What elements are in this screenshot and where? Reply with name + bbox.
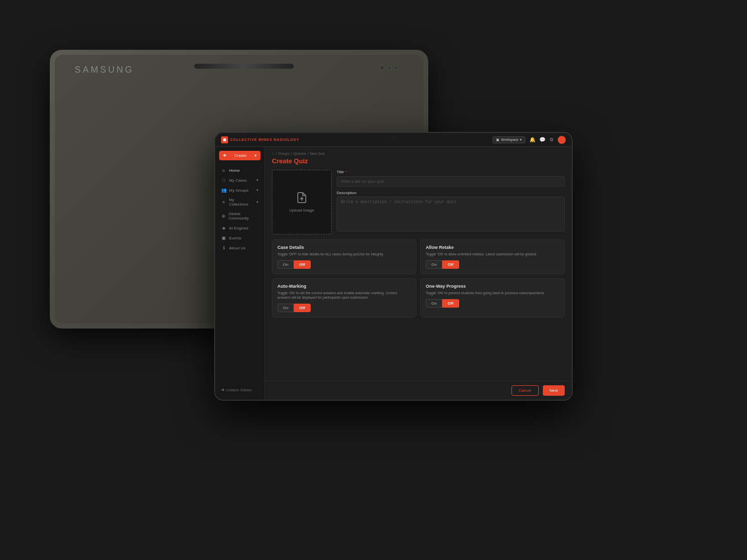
breadcrumb-sep-3: / (307, 152, 308, 155)
logo-icon (221, 136, 228, 143)
cases-icon: □ (221, 178, 226, 183)
title-input[interactable] (337, 176, 565, 187)
bell-icon[interactable]: 🔔 (529, 137, 535, 142)
app-header: COLLECTIVE MINDS RADIOLOGY ▣ Workspace ▾… (215, 133, 572, 147)
sidebar-item-my-groups[interactable]: 👥 My Groups ▾ (215, 185, 264, 195)
gear-icon[interactable]: ⚙ (549, 137, 554, 142)
form-top: Upload Image Title * Description (272, 170, 565, 234)
home-icon: ⌂ (221, 168, 226, 173)
description-field-group: Description (337, 191, 565, 233)
case-details-off-button[interactable]: Off (294, 260, 311, 269)
page-title: Create Quiz (272, 157, 565, 165)
next-button[interactable]: Next (543, 385, 565, 396)
breadcrumb-sep-1: / (275, 152, 276, 155)
collections-arrow-icon: ▾ (256, 200, 258, 204)
tablet-cameras (379, 65, 398, 70)
about-icon: ℹ (221, 245, 226, 250)
cancel-button[interactable]: Cancel (511, 385, 539, 396)
app-logo: COLLECTIVE MINDS RADIOLOGY (221, 136, 299, 143)
auto-marking-off-button[interactable]: Off (294, 304, 311, 312)
create-plus-icon: ✚ (223, 153, 227, 158)
auto-marking-desc: Toggle 'ON' to set the correct answers a… (277, 291, 411, 300)
workspace-button[interactable]: ▣ Workspace ▾ (493, 136, 525, 143)
allow-retake-off-button[interactable]: Off (442, 260, 459, 269)
title-label: Title * (337, 170, 565, 174)
sidebar-item-events[interactable]: ▣ Events (215, 233, 264, 243)
one-way-on-button[interactable]: On (426, 299, 442, 308)
case-details-card: Case Details Toggle 'OFF' to hide detail… (272, 239, 416, 274)
description-label: Description (337, 191, 565, 195)
cards-grid: Case Details Toggle 'OFF' to hide detail… (272, 239, 565, 318)
avatar[interactable] (558, 136, 566, 144)
ai-icon: ◈ (221, 225, 226, 230)
side-button-1 (572, 173, 573, 203)
one-way-progress-toggle: On Off (426, 299, 559, 308)
breadcrumb-sep-2: / (291, 152, 292, 155)
sidebar: ✚ Create ▾ ⌂ Home □ My Cases ▾ 👥 My Grou… (215, 147, 265, 400)
title-field-group: Title * (337, 170, 565, 187)
image-upload-box[interactable]: Upload Image (272, 170, 332, 234)
form-fields: Title * Description (337, 170, 565, 234)
sidebar-item-my-cases[interactable]: □ My Cases ▾ (215, 175, 264, 185)
camera-tertiary (394, 66, 398, 70)
footer-actions: Cancel Next (265, 381, 572, 400)
create-arrow-icon: ▾ (254, 153, 256, 158)
sidebar-item-global-community[interactable]: ⊕ Global Community (215, 209, 264, 223)
front-camera (392, 137, 395, 140)
sidebar-item-my-collections[interactable]: ≡ My Collections ▾ (215, 195, 264, 209)
camera-main (379, 65, 384, 70)
one-way-progress-title: One-Way Progress (426, 284, 559, 289)
allow-retake-desc: Toggle 'ON' to allow unlimited retakes. … (426, 252, 559, 256)
collapse-sidebar-button[interactable]: ◀ Collapse Sidebar (215, 384, 264, 396)
auto-marking-toggle: On Off (277, 304, 411, 312)
collapse-icon: ◀ (221, 388, 224, 392)
allow-retake-card: Allow Retake Toggle 'ON' to allow unlimi… (420, 239, 565, 274)
case-details-on-button[interactable]: On (277, 260, 294, 269)
events-icon: ▣ (221, 235, 226, 240)
side-button-2 (572, 213, 573, 227)
community-icon: ⊕ (221, 214, 226, 219)
workspace-icon: ▣ (496, 138, 499, 142)
create-button[interactable]: ✚ Create ▾ (219, 151, 260, 160)
groups-icon: 👥 (221, 188, 226, 193)
app-body: ✚ Create ▾ ⌂ Home □ My Cases ▾ 👥 My Grou… (215, 147, 572, 400)
upload-icon (296, 192, 308, 206)
description-textarea[interactable] (337, 197, 565, 231)
required-star: * (345, 170, 347, 174)
one-way-off-button[interactable]: Off (442, 299, 459, 308)
auto-marking-on-button[interactable]: On (277, 304, 294, 312)
case-details-title: Case Details (277, 245, 411, 250)
case-details-desc: Toggle 'OFF' to hide details for ALL cas… (277, 252, 411, 256)
front-tablet: COLLECTIVE MINDS RADIOLOGY ▣ Workspace ▾… (214, 132, 573, 401)
breadcrumb: ⌂ / Groups / Quizzes / New Quiz (272, 152, 565, 155)
one-way-progress-desc: Toggle 'ON' to prevent students from goi… (426, 291, 559, 295)
svg-point-0 (223, 138, 226, 141)
cases-arrow-icon: ▾ (256, 178, 258, 182)
allow-retake-title: Allow Retake (426, 245, 559, 250)
auto-marking-card: Auto-Marking Toggle 'ON' to set the corr… (272, 278, 416, 318)
header-right: ▣ Workspace ▾ 🔔 💬 ⚙ (493, 136, 566, 144)
sidebar-item-about-us[interactable]: ℹ About Us (215, 243, 264, 253)
chat-icon[interactable]: 💬 (539, 137, 545, 142)
collections-icon: ≡ (221, 200, 226, 205)
main-content: ⌂ / Groups / Quizzes / New Quiz Create Q… (265, 147, 572, 381)
allow-retake-toggle: On Off (426, 260, 559, 269)
camera-secondary (387, 66, 391, 70)
tablet-pen (194, 64, 294, 69)
samsung-logo: SAMSUNG (75, 65, 134, 75)
breadcrumb-home-icon: ⌂ (272, 152, 274, 155)
upload-label: Upload Image (289, 208, 314, 213)
one-way-progress-card: One-Way Progress Toggle 'ON' to prevent … (420, 278, 565, 318)
allow-retake-on-button[interactable]: On (426, 260, 442, 269)
auto-marking-title: Auto-Marking (277, 284, 411, 289)
case-details-toggle: On Off (277, 260, 411, 269)
logo-text: COLLECTIVE MINDS RADIOLOGY (230, 138, 299, 141)
sidebar-item-ai-engines[interactable]: ◈ AI Engines (215, 223, 264, 233)
groups-arrow-icon: ▾ (256, 188, 258, 192)
sidebar-item-home[interactable]: ⌂ Home (215, 165, 264, 175)
